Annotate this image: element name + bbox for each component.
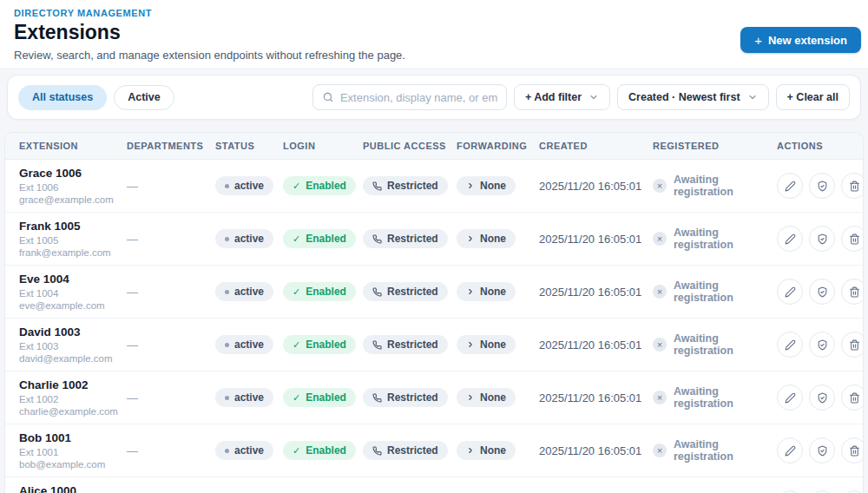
col-created: Created (539, 141, 653, 151)
clear-all-button[interactable]: + Clear all (776, 84, 850, 110)
forwarding-badge: None (457, 282, 516, 301)
col-forwarding: Forwarding (457, 141, 539, 151)
extension-name: Bob 1001 (19, 431, 127, 444)
filter-bar: All statuses Active + Add filter Created… (7, 75, 861, 120)
registered-status: Awaiting registration (674, 174, 777, 198)
edit-button[interactable] (777, 226, 803, 252)
register-button[interactable] (809, 173, 835, 199)
actions-cell (777, 173, 864, 199)
login-cell: ✓ Enabled (283, 335, 363, 354)
public-access-cell: Restricted (363, 282, 457, 301)
public-access-badge: Restricted (363, 388, 448, 407)
extension-number: Ext 1004 (19, 288, 127, 299)
delete-button[interactable] (841, 279, 864, 305)
departments-cell: — (127, 390, 215, 405)
extension-email: bob@example.com (19, 459, 127, 470)
delete-button[interactable] (841, 226, 864, 252)
edit-button[interactable] (777, 437, 803, 463)
sort-dropdown[interactable]: Created · Newest first (617, 84, 769, 110)
status-badge: active (215, 282, 273, 301)
login-badge: ✓ Enabled (283, 176, 356, 195)
extension-cell: Charlie 1002 Ext 1002 charlie@example.co… (19, 371, 127, 424)
delete-button[interactable] (841, 173, 864, 199)
forwarding-badge: None (457, 388, 516, 407)
extensions-table: Extension Departments Status Login Publi… (4, 132, 864, 493)
pencil-icon (785, 445, 796, 457)
add-filter-dropdown[interactable]: + Add filter (514, 84, 610, 110)
register-button[interactable] (809, 332, 835, 358)
check-icon: ✓ (293, 392, 300, 404)
departments-cell: — (127, 443, 215, 458)
status-dot-icon (225, 290, 229, 294)
table-row: Eve 1004 Ext 1004 eve@example.com — acti… (5, 266, 863, 319)
status-cell: active (215, 388, 283, 408)
extension-number: Ext 1002 (19, 394, 127, 404)
filter-all-statuses[interactable]: All statuses (18, 85, 107, 110)
login-badge: ✓ Enabled (283, 335, 356, 354)
register-button[interactable] (809, 226, 835, 252)
forwarding-cell: None (457, 335, 539, 354)
status-cell: active (215, 335, 283, 355)
table-row: Charlie 1002 Ext 1002 charlie@example.co… (5, 371, 863, 424)
delete-button[interactable] (841, 332, 864, 358)
public-access-cell: Restricted (363, 441, 457, 460)
unregistered-x-icon: × (653, 391, 667, 404)
status-dot-icon (225, 184, 229, 188)
register-button[interactable] (809, 437, 835, 463)
edit-button[interactable] (777, 279, 803, 305)
status-badge: active (215, 176, 273, 195)
login-cell: ✓ Enabled (283, 441, 363, 460)
extension-email: grace@example.com (19, 194, 127, 205)
forwarding-badge: None (457, 335, 516, 354)
status-cell: active (215, 441, 283, 461)
extension-email: charlie@example.com (19, 406, 127, 417)
public-access-cell: Restricted (363, 388, 457, 407)
search-input[interactable] (340, 91, 497, 104)
shield-check-icon (817, 339, 828, 351)
table-row: Grace 1006 Ext 1006 grace@example.com — … (5, 160, 863, 213)
actions-cell (777, 226, 864, 252)
edit-button[interactable] (777, 332, 803, 358)
filter-active[interactable]: Active (114, 85, 174, 110)
edit-button[interactable] (777, 173, 803, 199)
table-row: David 1003 Ext 1003 david@example.com — … (5, 319, 863, 371)
col-status: Status (215, 141, 283, 151)
login-cell: ✓ Enabled (283, 176, 363, 195)
trash-icon (849, 286, 860, 298)
breadcrumb: Directory management (14, 8, 854, 18)
chevron-down-icon (747, 92, 758, 102)
status-badge: active (215, 229, 273, 248)
col-registered: Registered (653, 141, 777, 151)
check-icon: ✓ (293, 233, 300, 245)
new-extension-label: New extension (768, 34, 847, 47)
table-row: Frank 1005 Ext 1005 frank@example.com — … (5, 213, 863, 266)
registered-status: Awaiting registration (674, 332, 777, 357)
registered-status: Awaiting registration (674, 385, 777, 410)
public-access-badge: Restricted (363, 176, 448, 195)
register-button[interactable] (809, 279, 835, 305)
delete-button[interactable] (841, 437, 864, 463)
search-box[interactable] (312, 84, 507, 110)
phone-icon (372, 287, 382, 297)
login-badge: ✓ Enabled (283, 282, 356, 301)
pencil-icon (785, 339, 796, 351)
pencil-icon (785, 181, 796, 192)
table-body: Grace 1006 Ext 1006 grace@example.com — … (5, 160, 863, 493)
delete-button[interactable] (841, 385, 864, 411)
public-access-cell: Restricted (363, 229, 457, 248)
col-departments: Departments (127, 141, 215, 151)
edit-button[interactable] (777, 385, 803, 411)
departments-cell: — (127, 231, 215, 246)
departments-cell: — (127, 337, 215, 352)
extension-name: Alice 1000 (19, 484, 127, 493)
shield-check-icon (817, 181, 828, 192)
new-extension-button[interactable]: + New extension (740, 27, 861, 53)
chevron-right-icon (466, 234, 475, 243)
actions-cell (777, 279, 864, 305)
departments-cell: — (127, 284, 215, 299)
public-access-cell: Restricted (363, 176, 457, 195)
col-actions: Actions (777, 141, 863, 151)
extension-number: Ext 1001 (19, 447, 127, 457)
page-subtitle: Review, search, and manage extension end… (14, 49, 854, 62)
register-button[interactable] (809, 385, 835, 411)
